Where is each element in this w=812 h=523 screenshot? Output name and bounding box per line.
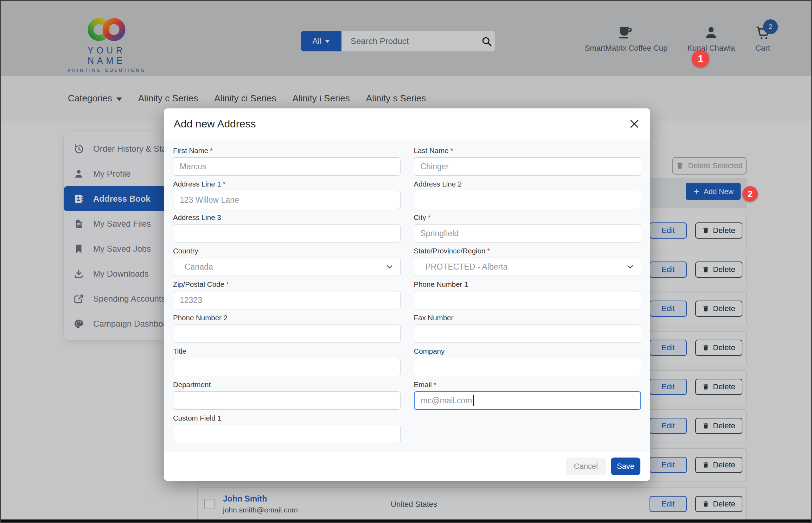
field-label: Custom Field 1 — [173, 414, 401, 422]
field-label: City — [414, 213, 641, 222]
field-label: Company — [414, 347, 641, 355]
title-input[interactable] — [173, 358, 401, 376]
field-label: Country — [173, 247, 401, 255]
field-label: Address Line 3 — [173, 213, 401, 222]
phone-2-input[interactable] — [173, 324, 401, 343]
field-label: State/Province/Region — [414, 247, 641, 255]
field-country: Country Canada — [173, 247, 401, 276]
annotation-step-2-badge: 2 — [742, 186, 758, 202]
field-zip: Zip/Postal Code 12323 — [173, 280, 401, 309]
address-line-2-input[interactable] — [414, 191, 641, 209]
country-value: Canada — [185, 262, 213, 272]
field-label: Title — [173, 347, 401, 355]
field-company: Company — [414, 347, 641, 376]
field-label: Phone Number 2 — [173, 314, 401, 322]
last-name-input[interactable]: Chinger — [414, 157, 641, 176]
address-line-1-input[interactable]: 123 Willow Lane — [173, 191, 401, 209]
field-last-name: Last Name Chinger — [414, 146, 641, 176]
field-state: State/Province/Region PROTECTED - Albert… — [414, 247, 641, 276]
first-name-input[interactable]: Marcus — [173, 157, 401, 176]
department-input[interactable] — [173, 391, 401, 410]
annotation-step-1-badge: 1 — [692, 50, 709, 68]
field-phone-2: Phone Number 2 — [173, 314, 401, 343]
field-label: Last Name — [414, 146, 641, 155]
field-address-line-1: Address Line 1 123 Willow Lane — [173, 180, 401, 209]
field-city: City Springfield — [414, 213, 641, 242]
modal-body: First Name Marcus Last Name Chinger Addr… — [164, 139, 650, 452]
close-icon[interactable] — [628, 118, 640, 130]
fax-input[interactable] — [414, 324, 641, 343]
application-window: YOUR NAME PRINTING SOLUTIONS All SmartMa… — [0, 0, 812, 523]
city-input[interactable]: Springfield — [414, 224, 641, 242]
modal-title: Add new Address — [174, 118, 256, 130]
chevron-down-icon — [385, 263, 394, 271]
modal-header: Add new Address — [164, 108, 650, 139]
address-line-3-input[interactable] — [173, 224, 401, 242]
field-fax: Fax Number — [414, 314, 641, 343]
chevron-down-icon — [626, 263, 634, 271]
field-email: Email mc@mail.com — [414, 380, 641, 410]
country-select[interactable]: Canada — [173, 258, 401, 276]
field-label: First Name — [173, 146, 401, 155]
field-label: Phone Number 1 — [414, 280, 641, 289]
modal-footer: Cancel Save — [164, 452, 650, 481]
state-select[interactable]: PROTECTED - Alberta — [414, 258, 641, 276]
field-label: Department — [173, 380, 401, 389]
field-custom-1: Custom Field 1 — [173, 414, 401, 443]
company-input[interactable] — [414, 358, 641, 376]
field-address-line-2: Address Line 2 — [414, 180, 641, 209]
field-label: Address Line 1 — [173, 180, 401, 188]
field-phone-1: Phone Number 1 — [414, 280, 641, 309]
field-label: Fax Number — [414, 314, 641, 322]
custom-field-1-input[interactable] — [173, 425, 401, 443]
field-address-line-3: Address Line 3 — [173, 213, 401, 242]
field-label: Address Line 2 — [414, 180, 641, 188]
zip-input[interactable]: 12323 — [173, 291, 401, 309]
cancel-button[interactable]: Cancel — [566, 458, 606, 475]
field-first-name: First Name Marcus — [173, 146, 401, 176]
field-department: Department — [173, 380, 401, 410]
field-title: Title — [173, 347, 401, 376]
field-label: Email — [414, 380, 641, 389]
state-value: PROTECTED - Alberta — [426, 262, 508, 272]
save-button[interactable]: Save — [611, 458, 640, 475]
phone-1-input[interactable] — [414, 291, 641, 309]
text-cursor — [473, 395, 474, 406]
email-input[interactable]: mc@mail.com — [414, 391, 641, 410]
field-label: Zip/Postal Code — [173, 280, 401, 289]
email-value: mc@mail.com — [421, 396, 472, 405]
add-address-modal: Add new Address First Name Marcus Last N… — [164, 108, 650, 481]
